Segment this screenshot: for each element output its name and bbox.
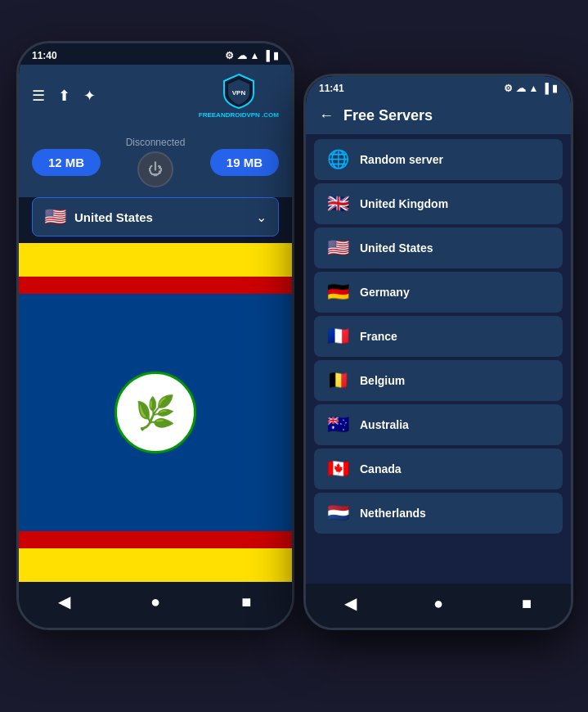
nav-home-1[interactable]: ● [142,588,168,615]
server-flag-0: 🌐 [325,149,350,170]
star-icon[interactable]: ✦ [83,87,96,105]
power-button[interactable]: ⏻ [137,151,173,187]
server-item-8[interactable]: 🇳🇱Netherlands [314,493,563,534]
nav-back-2[interactable]: ◀ [337,590,363,616]
server-item-0[interactable]: 🌐Random server [314,139,563,180]
signal-icon-2: ▐ [541,83,549,94]
server-name-1: United Kingdom [360,197,448,210]
bottom-nav-2: ◀ ● ■ [306,584,571,628]
status-bar-2: 11:41 ⚙ ☁ ▲ ▐ ▮ [306,76,571,97]
flag-display: 🌿 [19,243,292,582]
server-flag-6: 🇦🇺 [325,414,350,435]
header-icons-left: ☰ ⬆ ✦ [32,87,96,105]
flag-red-top [19,277,292,294]
server-list: 🌐Random server🇬🇧United Kingdom🇺🇸United S… [306,134,571,584]
svg-text:VPN: VPN [232,89,246,97]
chevron-down-icon: ⌄ [256,210,267,225]
logo-text: FREEANDROIDVPN .COM [199,111,279,119]
nav-home-2[interactable]: ● [425,590,451,616]
server-flag-2: 🇺🇸 [325,237,350,259]
share-icon[interactable]: ⬆ [58,87,70,105]
server-item-5[interactable]: 🇧🇪Belgium [314,360,563,401]
server-name-6: Australia [360,418,409,431]
upload-stat: 19 MB [210,149,279,176]
server-flag-8: 🇳🇱 [325,502,350,524]
bottom-nav-1: ◀ ● ■ [19,582,292,628]
nav-back-1[interactable]: ◀ [52,588,78,615]
cloud-icon: ☁ [237,50,247,61]
phone-1: 11:40 ⚙ ☁ ▲ ▐ ▮ ☰ ⬆ ✦ VPN F [16,41,294,630]
download-stat: 12 MB [32,149,101,176]
server-name-8: Netherlands [360,507,426,520]
server-item-6[interactable]: 🇦🇺Australia [314,404,563,445]
phone-1-screen: 11:40 ⚙ ☁ ▲ ▐ ▮ ☰ ⬆ ✦ VPN F [19,43,292,628]
server-name-4: France [360,330,397,343]
nav-recents-2[interactable]: ■ [514,590,540,616]
logo-area: VPN FREEANDROIDVPN .COM [199,73,279,119]
flag-red-bottom [19,531,292,548]
back-arrow-icon[interactable]: ← [319,107,334,124]
server-name-7: Canada [360,462,402,475]
server-item-7[interactable]: 🇨🇦Canada [314,448,563,489]
server-flag-4: 🇫🇷 [325,326,350,347]
app-header-1: ☰ ⬆ ✦ VPN FREEANDROIDVPN .COM [19,65,292,127]
server-item-3[interactable]: 🇩🇪Germany [314,272,563,313]
connection-status: Disconnected [126,137,186,148]
settings-icon-2: ⚙ [504,83,513,94]
belize-flag: 🌿 [19,243,292,582]
flag-yellow-bottom [19,548,292,582]
server-item-2[interactable]: 🇺🇸United States [314,228,563,268]
server-item-4[interactable]: 🇫🇷France [314,316,563,357]
menu-icon[interactable]: ☰ [32,87,45,105]
status-bar-1: 11:40 ⚙ ☁ ▲ ▐ ▮ [19,43,292,65]
settings-icon: ⚙ [225,50,234,61]
status-icons-2: ⚙ ☁ ▲ ▐ ▮ [504,83,558,94]
selected-country-name: United States [74,210,248,224]
phone-2: 11:41 ⚙ ☁ ▲ ▐ ▮ ← Free Servers 🌐Random s… [303,74,573,630]
wifi-icon: ▲ [250,50,260,61]
country-selector[interactable]: 🇺🇸 United States ⌄ [32,197,279,237]
server-flag-1: 🇬🇧 [325,193,350,214]
wifi-icon-2: ▲ [529,83,539,94]
server-name-5: Belgium [360,374,405,387]
nav-recents-1[interactable]: ■ [233,588,259,615]
cloud-icon-2: ☁ [516,83,526,94]
belize-coat-of-arms: 🌿 [114,372,196,453]
logo-shield-icon: VPN [222,73,255,110]
flag-yellow-top [19,243,292,277]
power-section: Disconnected ⏻ [126,137,186,187]
battery-icon: ▮ [273,50,279,61]
server-name-0: Random server [360,153,443,166]
battery-icon-2: ▮ [552,83,558,94]
flag-blue-center: 🌿 [19,294,292,531]
selected-country-flag: 🇺🇸 [44,206,66,228]
status-icons-1: ⚙ ☁ ▲ ▐ ▮ [225,50,279,61]
server-flag-3: 🇩🇪 [325,282,350,303]
server-flag-5: 🇧🇪 [325,370,350,391]
server-name-3: Germany [360,286,410,299]
server-flag-7: 🇨🇦 [325,458,350,480]
stats-area: 12 MB Disconnected ⏻ 19 MB [19,127,292,197]
power-icon: ⏻ [148,161,163,178]
phone-2-screen: 11:41 ⚙ ☁ ▲ ▐ ▮ ← Free Servers 🌐Random s… [306,76,571,628]
servers-header: ← Free Servers [306,97,571,134]
signal-icon: ▐ [263,50,270,61]
time-2: 11:41 [319,83,344,94]
servers-title: Free Servers [343,107,433,124]
time-1: 11:40 [32,50,57,61]
server-name-2: United States [360,241,433,255]
server-item-1[interactable]: 🇬🇧United Kingdom [314,183,563,224]
